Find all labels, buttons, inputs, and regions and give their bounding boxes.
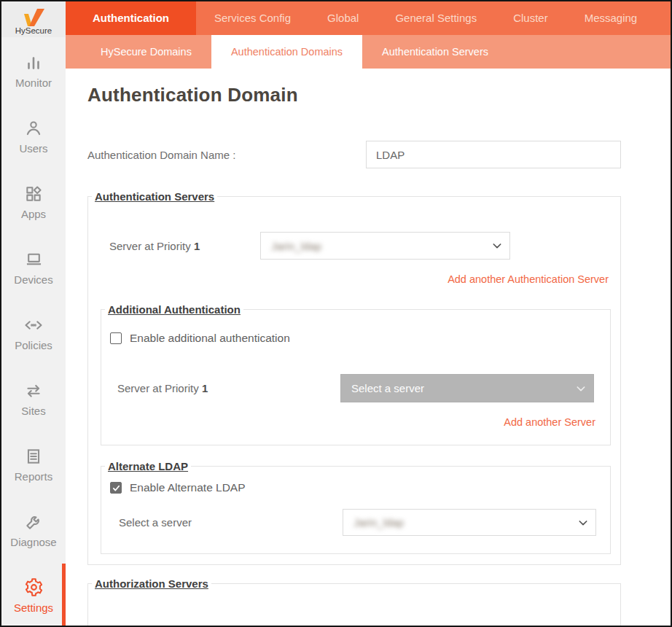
sidebar-item-sites[interactable]: Sites (1, 365, 66, 431)
sidebar-item-label: Policies (15, 339, 52, 351)
domain-name-label: Authentication Domain Name : (87, 149, 366, 161)
sub-nav: HySecure Domains Authentication Domains … (66, 35, 671, 69)
chevron-down-icon (575, 383, 587, 394)
apps-grid-icon (24, 183, 43, 205)
check-icon (112, 484, 120, 492)
authorization-servers-fieldset: Authorization Servers (87, 577, 621, 626)
tab-cluster[interactable]: Cluster (495, 1, 566, 35)
add-server-row: Add another Server (101, 416, 610, 445)
brand-logo[interactable]: HySecure (1, 1, 66, 37)
gear-icon (24, 577, 44, 599)
enable-additional-auth-label: Enable additional authentication (130, 332, 290, 345)
sidebar-item-label: Devices (14, 273, 52, 286)
chevron-down-icon (491, 240, 503, 252)
sidebar-item-label: Sites (21, 405, 45, 417)
hysecure-logo-icon (19, 9, 48, 26)
sidebar: HySecure Monitor Users (1, 1, 66, 626)
additional-server-select-value: Select a server (351, 382, 424, 394)
enable-additional-auth-checkbox[interactable] (110, 332, 122, 344)
transfer-arrows-icon (24, 380, 43, 402)
additional-server-priority-row: Server at Priority 1 Select a server (101, 374, 610, 402)
brand-name: HySecure (15, 26, 52, 35)
authentication-servers-fieldset: Authentication Servers Server at Priorit… (87, 190, 621, 565)
sidebar-item-settings[interactable]: Settings (1, 562, 66, 627)
enable-additional-auth-row: Enable additional authentication (101, 332, 610, 345)
tab-services-config[interactable]: Services Config (196, 1, 309, 35)
add-auth-server-row: Add another Authentication Server (88, 273, 620, 286)
outer-fieldset-bottom-spacer (88, 554, 620, 564)
sidebar-item-label: Settings (14, 601, 53, 614)
sidebar-item-monitor[interactable]: Monitor (1, 37, 66, 103)
authentication-servers-legend: Authentication Servers (92, 190, 217, 203)
domain-name-row: Authentication Domain Name : LDAP (87, 141, 671, 168)
subtab-hysecure-domains[interactable]: HySecure Domains (81, 35, 211, 69)
sidebar-item-label: Reports (15, 470, 53, 483)
page-title: Authentication Domain (87, 84, 671, 106)
main-content: Authentication Domain Authentication Dom… (66, 69, 671, 626)
sidebar-item-label: Monitor (15, 77, 52, 89)
additional-authentication-legend: Additional Authentication (105, 303, 243, 316)
additional-authentication-fieldset: Additional Authentication Enable additio… (101, 303, 611, 445)
tab-global[interactable]: Global (309, 1, 377, 35)
enable-alternate-ldap-row: Enable Alternate LDAP (101, 481, 610, 494)
enable-alternate-ldap-label: Enable Alternate LDAP (130, 481, 246, 494)
server-priority-row: Server at Priority 1 Jarin_ldap (88, 232, 620, 260)
alternate-server-row: Select a server Jarin_ldap (101, 509, 610, 553)
sidebar-item-apps[interactable]: Apps (1, 168, 66, 234)
enable-alternate-ldap-checkbox[interactable] (110, 482, 122, 494)
sidebar-item-label: Apps (21, 208, 46, 220)
user-icon (24, 117, 43, 139)
sidebar-item-diagnose[interactable]: Diagnose (1, 496, 66, 562)
top-nav: Authentication Services Config Global Ge… (66, 1, 671, 35)
sidebar-item-label: Diagnose (10, 536, 56, 548)
sidebar-item-users[interactable]: Users (1, 103, 66, 168)
domain-name-value: LDAP (376, 149, 405, 161)
server-priority-label: Server at Priority 1 (109, 240, 260, 252)
sidebar-item-policies[interactable]: Policies (1, 300, 66, 365)
subtab-authentication-servers[interactable]: Authentication Servers (362, 35, 508, 69)
document-icon (24, 445, 43, 467)
add-authentication-server-link[interactable]: Add another Authentication Server (448, 273, 609, 285)
alternate-ldap-fieldset: Alternate LDAP Enable Alternate LDAP Sel… (101, 460, 611, 554)
additional-server-select[interactable]: Select a server (340, 374, 594, 402)
auth-server-select-value: Jarin_ldap (271, 240, 321, 252)
app-window: HySecure Monitor Users (0, 0, 672, 627)
tab-messaging[interactable]: Messaging (566, 1, 656, 35)
sidebar-item-label: Users (19, 142, 47, 155)
alternate-ldap-legend: Alternate LDAP (105, 460, 191, 472)
tab-authentication[interactable]: Authentication (66, 1, 196, 35)
sidebar-item-devices[interactable]: Devices (1, 234, 66, 300)
additional-server-priority-label: Server at Priority 1 (117, 382, 340, 394)
subtab-authentication-domains[interactable]: Authentication Domains (211, 35, 362, 69)
alternate-ldap-select-value: Jarin_ldap (353, 516, 404, 529)
alternate-select-label: Select a server (119, 516, 343, 529)
authorization-servers-legend: Authorization Servers (92, 577, 211, 590)
alternate-ldap-server-select[interactable]: Jarin_ldap (343, 509, 596, 536)
sidebar-nav: Monitor Users Apps (1, 37, 66, 627)
laptop-icon (24, 249, 44, 270)
bar-chart-icon (24, 52, 43, 74)
add-another-server-link[interactable]: Add another Server (504, 416, 595, 428)
sidebar-item-reports[interactable]: Reports (1, 431, 66, 496)
wrench-icon (24, 511, 43, 533)
tab-general-settings[interactable]: General Settings (377, 1, 495, 35)
auth-server-select[interactable]: Jarin_ldap (260, 232, 510, 260)
domain-name-input[interactable]: LDAP (366, 141, 621, 168)
chevron-down-icon (577, 517, 589, 529)
code-brackets-icon (23, 314, 44, 336)
